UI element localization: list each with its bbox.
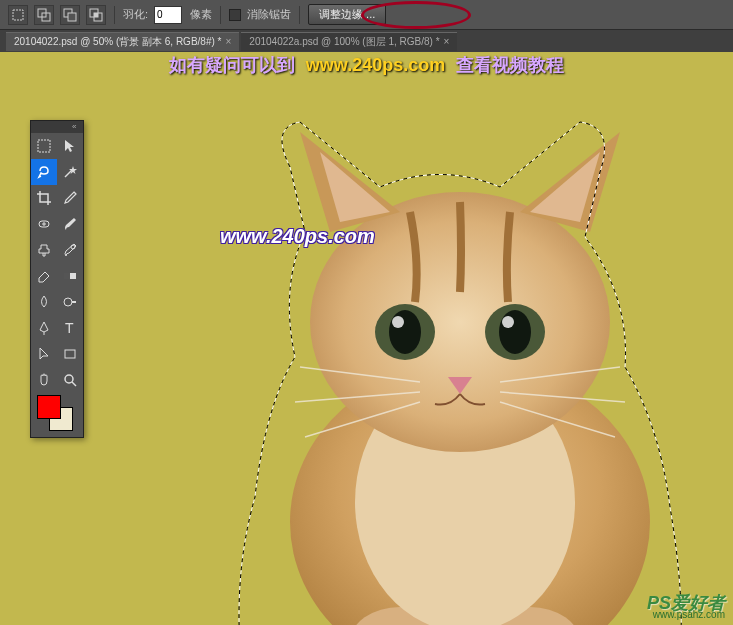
- svg-rect-0: [13, 10, 23, 20]
- path-selection-tool[interactable]: [31, 341, 57, 367]
- marquee-tool[interactable]: [31, 133, 57, 159]
- overlay-part2: 查看视频教程: [456, 55, 564, 75]
- watermark-center: www.240ps.com: [220, 225, 375, 248]
- separator: [299, 6, 300, 24]
- antialias-label: 消除锯齿: [247, 7, 291, 22]
- feather-input[interactable]: [154, 6, 182, 24]
- overlay-part1: 如有疑问可以到: [169, 55, 295, 75]
- blur-tool[interactable]: [31, 289, 57, 315]
- tab-label: 20104022.psd @ 50% (背景 副本 6, RGB/8#) *: [14, 35, 221, 49]
- color-swatches: [31, 393, 83, 437]
- svg-point-34: [64, 298, 72, 306]
- svg-rect-7: [94, 13, 98, 17]
- clone-stamp-tool[interactable]: [31, 237, 57, 263]
- eyedropper-tool[interactable]: [57, 185, 83, 211]
- footer-watermark: PS爱好者 www.psahz.com: [647, 597, 725, 621]
- foreground-color-swatch[interactable]: [37, 395, 61, 419]
- document-tabs: 20104022.psd @ 50% (背景 副本 6, RGB/8#) * ×…: [0, 30, 733, 52]
- canvas[interactable]: [0, 52, 733, 625]
- tab-active[interactable]: 20104022.psd @ 50% (背景 副本 6, RGB/8#) * ×: [6, 32, 239, 51]
- svg-rect-33: [64, 273, 70, 279]
- selection-intersect-icon[interactable]: [86, 5, 106, 25]
- eraser-tool[interactable]: [31, 263, 57, 289]
- cat-image: [180, 122, 720, 625]
- selection-add-icon[interactable]: [34, 5, 54, 25]
- svg-line-39: [72, 382, 76, 386]
- svg-rect-4: [68, 13, 76, 21]
- brush-tool[interactable]: [57, 211, 83, 237]
- svg-point-18: [502, 316, 514, 328]
- pen-tool[interactable]: [31, 315, 57, 341]
- collapse-icon[interactable]: «: [72, 124, 80, 130]
- tab-label: 20104022a.psd @ 100% (图层 1, RGB/8) *: [249, 35, 439, 49]
- feather-label: 羽化:: [123, 7, 148, 22]
- shape-tool[interactable]: [57, 341, 83, 367]
- lasso-tool[interactable]: [31, 159, 57, 185]
- tools-panel: « T: [30, 120, 84, 438]
- separator: [114, 6, 115, 24]
- close-icon[interactable]: ×: [225, 36, 231, 47]
- tab-inactive[interactable]: 20104022a.psd @ 100% (图层 1, RGB/8) * ×: [241, 32, 457, 51]
- move-tool[interactable]: [57, 133, 83, 159]
- separator: [220, 6, 221, 24]
- dodge-tool[interactable]: [57, 289, 83, 315]
- footer-url: www.psahz.com: [647, 609, 725, 621]
- svg-point-17: [499, 310, 531, 354]
- svg-point-15: [392, 316, 404, 328]
- tutorial-overlay-text: 如有疑问可以到 www.240ps.com 查看视频教程: [0, 53, 733, 77]
- panel-header: «: [31, 121, 83, 133]
- history-brush-tool[interactable]: [57, 237, 83, 263]
- selection-new-icon[interactable]: [8, 5, 28, 25]
- zoom-tool[interactable]: [57, 367, 83, 393]
- hand-tool[interactable]: [31, 367, 57, 393]
- antialias-checkbox[interactable]: [229, 9, 241, 21]
- svg-point-38: [65, 375, 73, 383]
- gradient-tool[interactable]: [57, 263, 83, 289]
- selection-subtract-icon[interactable]: [60, 5, 80, 25]
- refine-edge-button[interactable]: 调整边缘 ...: [308, 4, 386, 25]
- options-bar: 羽化: 像素 消除锯齿 调整边缘 ...: [0, 0, 733, 30]
- overlay-url: www.240ps.com: [306, 55, 445, 75]
- healing-brush-tool[interactable]: [31, 211, 57, 237]
- close-icon[interactable]: ×: [444, 36, 450, 47]
- crop-tool[interactable]: [31, 185, 57, 211]
- svg-rect-26: [38, 140, 50, 152]
- type-tool[interactable]: T: [57, 315, 83, 341]
- magic-wand-tool[interactable]: [57, 159, 83, 185]
- svg-point-14: [389, 310, 421, 354]
- svg-text:T: T: [65, 320, 74, 336]
- feather-unit: 像素: [190, 7, 212, 22]
- svg-rect-37: [65, 350, 75, 358]
